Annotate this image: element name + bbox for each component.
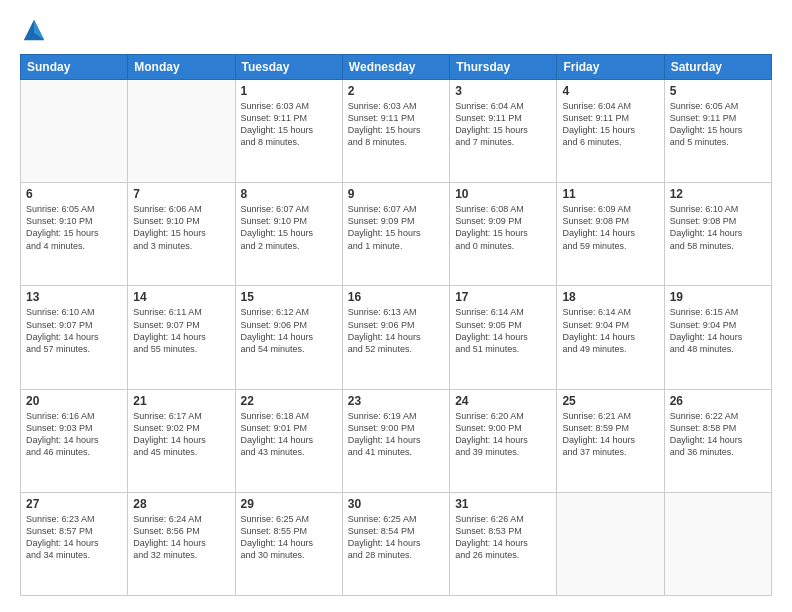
day-header-friday: Friday (557, 55, 664, 80)
day-info: Sunrise: 6:10 AM Sunset: 9:08 PM Dayligh… (670, 203, 766, 252)
calendar-cell: 31Sunrise: 6:26 AM Sunset: 8:53 PM Dayli… (450, 492, 557, 595)
day-info: Sunrise: 6:22 AM Sunset: 8:58 PM Dayligh… (670, 410, 766, 459)
day-info: Sunrise: 6:20 AM Sunset: 9:00 PM Dayligh… (455, 410, 551, 459)
calendar-cell: 4Sunrise: 6:04 AM Sunset: 9:11 PM Daylig… (557, 80, 664, 183)
day-info: Sunrise: 6:09 AM Sunset: 9:08 PM Dayligh… (562, 203, 658, 252)
calendar-cell: 3Sunrise: 6:04 AM Sunset: 9:11 PM Daylig… (450, 80, 557, 183)
calendar-cell: 27Sunrise: 6:23 AM Sunset: 8:57 PM Dayli… (21, 492, 128, 595)
calendar-cell: 14Sunrise: 6:11 AM Sunset: 9:07 PM Dayli… (128, 286, 235, 389)
day-number: 5 (670, 84, 766, 98)
day-number: 21 (133, 394, 229, 408)
day-info: Sunrise: 6:14 AM Sunset: 9:04 PM Dayligh… (562, 306, 658, 355)
day-info: Sunrise: 6:10 AM Sunset: 9:07 PM Dayligh… (26, 306, 122, 355)
calendar-cell: 20Sunrise: 6:16 AM Sunset: 9:03 PM Dayli… (21, 389, 128, 492)
day-number: 7 (133, 187, 229, 201)
calendar-cell: 30Sunrise: 6:25 AM Sunset: 8:54 PM Dayli… (342, 492, 449, 595)
calendar-cell: 2Sunrise: 6:03 AM Sunset: 9:11 PM Daylig… (342, 80, 449, 183)
day-number: 18 (562, 290, 658, 304)
day-info: Sunrise: 6:03 AM Sunset: 9:11 PM Dayligh… (241, 100, 337, 149)
day-info: Sunrise: 6:07 AM Sunset: 9:10 PM Dayligh… (241, 203, 337, 252)
day-number: 6 (26, 187, 122, 201)
day-number: 13 (26, 290, 122, 304)
calendar-cell (128, 80, 235, 183)
logo (20, 16, 52, 44)
day-info: Sunrise: 6:26 AM Sunset: 8:53 PM Dayligh… (455, 513, 551, 562)
calendar-week-row: 1Sunrise: 6:03 AM Sunset: 9:11 PM Daylig… (21, 80, 772, 183)
page: SundayMondayTuesdayWednesdayThursdayFrid… (0, 0, 792, 612)
day-number: 10 (455, 187, 551, 201)
calendar-cell: 10Sunrise: 6:08 AM Sunset: 9:09 PM Dayli… (450, 183, 557, 286)
day-info: Sunrise: 6:24 AM Sunset: 8:56 PM Dayligh… (133, 513, 229, 562)
calendar-cell: 12Sunrise: 6:10 AM Sunset: 9:08 PM Dayli… (664, 183, 771, 286)
calendar-cell: 11Sunrise: 6:09 AM Sunset: 9:08 PM Dayli… (557, 183, 664, 286)
calendar-cell: 5Sunrise: 6:05 AM Sunset: 9:11 PM Daylig… (664, 80, 771, 183)
calendar-cell: 26Sunrise: 6:22 AM Sunset: 8:58 PM Dayli… (664, 389, 771, 492)
day-number: 3 (455, 84, 551, 98)
header (20, 16, 772, 44)
calendar-cell: 6Sunrise: 6:05 AM Sunset: 9:10 PM Daylig… (21, 183, 128, 286)
calendar-cell: 8Sunrise: 6:07 AM Sunset: 9:10 PM Daylig… (235, 183, 342, 286)
day-info: Sunrise: 6:18 AM Sunset: 9:01 PM Dayligh… (241, 410, 337, 459)
calendar-cell: 28Sunrise: 6:24 AM Sunset: 8:56 PM Dayli… (128, 492, 235, 595)
calendar-cell: 16Sunrise: 6:13 AM Sunset: 9:06 PM Dayli… (342, 286, 449, 389)
day-info: Sunrise: 6:17 AM Sunset: 9:02 PM Dayligh… (133, 410, 229, 459)
calendar-cell: 9Sunrise: 6:07 AM Sunset: 9:09 PM Daylig… (342, 183, 449, 286)
day-number: 16 (348, 290, 444, 304)
calendar-cell: 22Sunrise: 6:18 AM Sunset: 9:01 PM Dayli… (235, 389, 342, 492)
day-info: Sunrise: 6:05 AM Sunset: 9:10 PM Dayligh… (26, 203, 122, 252)
day-number: 8 (241, 187, 337, 201)
day-number: 25 (562, 394, 658, 408)
calendar-week-row: 6Sunrise: 6:05 AM Sunset: 9:10 PM Daylig… (21, 183, 772, 286)
logo-icon (20, 16, 48, 44)
day-info: Sunrise: 6:19 AM Sunset: 9:00 PM Dayligh… (348, 410, 444, 459)
day-number: 28 (133, 497, 229, 511)
day-info: Sunrise: 6:12 AM Sunset: 9:06 PM Dayligh… (241, 306, 337, 355)
day-info: Sunrise: 6:23 AM Sunset: 8:57 PM Dayligh… (26, 513, 122, 562)
calendar-cell: 18Sunrise: 6:14 AM Sunset: 9:04 PM Dayli… (557, 286, 664, 389)
calendar-header-row: SundayMondayTuesdayWednesdayThursdayFrid… (21, 55, 772, 80)
calendar-cell (664, 492, 771, 595)
day-number: 26 (670, 394, 766, 408)
day-info: Sunrise: 6:14 AM Sunset: 9:05 PM Dayligh… (455, 306, 551, 355)
day-header-sunday: Sunday (21, 55, 128, 80)
day-number: 20 (26, 394, 122, 408)
day-number: 23 (348, 394, 444, 408)
calendar-week-row: 27Sunrise: 6:23 AM Sunset: 8:57 PM Dayli… (21, 492, 772, 595)
day-info: Sunrise: 6:25 AM Sunset: 8:55 PM Dayligh… (241, 513, 337, 562)
day-info: Sunrise: 6:07 AM Sunset: 9:09 PM Dayligh… (348, 203, 444, 252)
day-header-thursday: Thursday (450, 55, 557, 80)
day-info: Sunrise: 6:06 AM Sunset: 9:10 PM Dayligh… (133, 203, 229, 252)
day-info: Sunrise: 6:21 AM Sunset: 8:59 PM Dayligh… (562, 410, 658, 459)
day-number: 12 (670, 187, 766, 201)
day-header-tuesday: Tuesday (235, 55, 342, 80)
day-number: 17 (455, 290, 551, 304)
day-info: Sunrise: 6:03 AM Sunset: 9:11 PM Dayligh… (348, 100, 444, 149)
day-number: 27 (26, 497, 122, 511)
calendar-cell (557, 492, 664, 595)
calendar-cell: 23Sunrise: 6:19 AM Sunset: 9:00 PM Dayli… (342, 389, 449, 492)
day-number: 2 (348, 84, 444, 98)
calendar-cell: 1Sunrise: 6:03 AM Sunset: 9:11 PM Daylig… (235, 80, 342, 183)
day-info: Sunrise: 6:15 AM Sunset: 9:04 PM Dayligh… (670, 306, 766, 355)
day-info: Sunrise: 6:16 AM Sunset: 9:03 PM Dayligh… (26, 410, 122, 459)
day-number: 4 (562, 84, 658, 98)
calendar-cell: 17Sunrise: 6:14 AM Sunset: 9:05 PM Dayli… (450, 286, 557, 389)
calendar-cell: 13Sunrise: 6:10 AM Sunset: 9:07 PM Dayli… (21, 286, 128, 389)
day-info: Sunrise: 6:04 AM Sunset: 9:11 PM Dayligh… (455, 100, 551, 149)
day-header-wednesday: Wednesday (342, 55, 449, 80)
day-number: 22 (241, 394, 337, 408)
day-number: 11 (562, 187, 658, 201)
day-info: Sunrise: 6:25 AM Sunset: 8:54 PM Dayligh… (348, 513, 444, 562)
day-number: 24 (455, 394, 551, 408)
calendar-week-row: 20Sunrise: 6:16 AM Sunset: 9:03 PM Dayli… (21, 389, 772, 492)
day-number: 9 (348, 187, 444, 201)
day-number: 31 (455, 497, 551, 511)
day-info: Sunrise: 6:13 AM Sunset: 9:06 PM Dayligh… (348, 306, 444, 355)
day-info: Sunrise: 6:05 AM Sunset: 9:11 PM Dayligh… (670, 100, 766, 149)
calendar-cell: 29Sunrise: 6:25 AM Sunset: 8:55 PM Dayli… (235, 492, 342, 595)
day-header-saturday: Saturday (664, 55, 771, 80)
calendar-cell (21, 80, 128, 183)
day-header-monday: Monday (128, 55, 235, 80)
day-info: Sunrise: 6:11 AM Sunset: 9:07 PM Dayligh… (133, 306, 229, 355)
calendar-week-row: 13Sunrise: 6:10 AM Sunset: 9:07 PM Dayli… (21, 286, 772, 389)
